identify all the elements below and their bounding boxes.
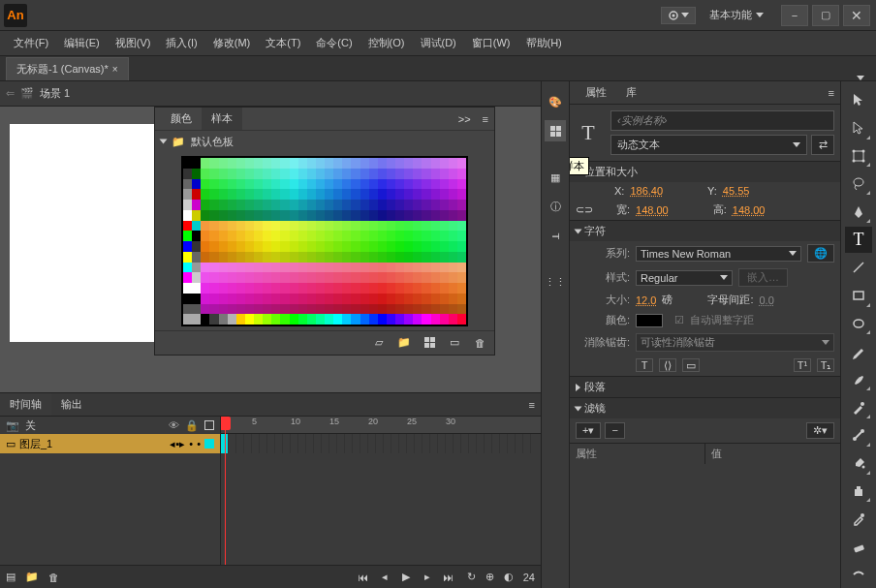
swatch[interactable] <box>201 210 209 221</box>
swatch[interactable] <box>351 158 360 169</box>
camera-icon[interactable]: 📷 <box>6 419 19 432</box>
swatch[interactable] <box>254 283 263 294</box>
swatch[interactable] <box>236 189 245 200</box>
swatch[interactable] <box>201 252 209 263</box>
swatch[interactable] <box>378 314 387 325</box>
frame-cell[interactable] <box>430 434 438 453</box>
swatch[interactable] <box>457 272 466 283</box>
swatch[interactable] <box>387 294 395 304</box>
swatch[interactable] <box>228 263 236 273</box>
swatch[interactable] <box>440 314 449 325</box>
swatch[interactable] <box>245 283 254 294</box>
instance-name-input[interactable]: ‹实例名称› <box>610 110 834 131</box>
swatch[interactable] <box>254 252 263 263</box>
section-filter[interactable]: 滤镜 <box>570 397 840 418</box>
tab-output[interactable]: 输出 <box>51 393 92 416</box>
text-type-dropdown[interactable]: 动态文本 <box>610 135 807 155</box>
swatch[interactable] <box>369 294 378 304</box>
swatch[interactable] <box>263 283 271 294</box>
swatch[interactable] <box>404 294 413 304</box>
swatch[interactable] <box>422 263 430 273</box>
swatch[interactable] <box>290 200 298 210</box>
swatch[interactable] <box>378 272 387 283</box>
bone-tool[interactable] <box>845 422 872 449</box>
swatch[interactable] <box>457 252 466 263</box>
antialias-dropdown[interactable]: 可读性消除锯齿 <box>636 333 834 352</box>
swatch[interactable] <box>316 231 325 241</box>
swatch[interactable] <box>263 169 271 179</box>
swatch[interactable] <box>431 221 440 232</box>
swatch[interactable] <box>440 221 449 232</box>
swatch[interactable] <box>360 179 369 190</box>
swatch[interactable] <box>254 158 263 169</box>
swatch[interactable] <box>254 241 263 252</box>
swatch[interactable] <box>254 304 263 315</box>
swatch[interactable] <box>316 263 325 273</box>
frame-cell[interactable] <box>314 434 322 453</box>
font-size-value[interactable]: 12.0 <box>636 294 656 306</box>
swatch[interactable] <box>333 294 342 304</box>
swatch[interactable] <box>192 252 201 263</box>
frame-cell[interactable] <box>291 434 298 453</box>
swatch[interactable] <box>360 189 369 200</box>
swatch[interactable] <box>228 283 236 294</box>
workspace-selector[interactable]: 基本功能 <box>704 6 769 24</box>
swatch[interactable] <box>413 241 422 252</box>
layer-options-icon[interactable]: ◂▪▸ <box>170 438 185 450</box>
swatch[interactable] <box>413 210 422 221</box>
swatch[interactable] <box>431 283 440 294</box>
swatch[interactable] <box>325 200 333 210</box>
swatch[interactable] <box>236 304 245 315</box>
swatch[interactable] <box>298 158 307 169</box>
swatch[interactable] <box>316 189 325 200</box>
swatch[interactable] <box>316 210 325 221</box>
swatch[interactable] <box>440 241 449 252</box>
swatch[interactable] <box>449 169 457 179</box>
swatch[interactable] <box>290 263 298 273</box>
swatch[interactable] <box>209 158 218 169</box>
swatch[interactable] <box>254 169 263 179</box>
swatch[interactable] <box>395 169 404 179</box>
swatch[interactable] <box>209 294 218 304</box>
swatch[interactable] <box>422 158 430 169</box>
swatch[interactable] <box>325 294 333 304</box>
swatch[interactable] <box>395 221 404 232</box>
swatch[interactable] <box>440 200 449 210</box>
swatch[interactable] <box>351 294 360 304</box>
swatch[interactable] <box>236 200 245 210</box>
swatch[interactable] <box>271 221 280 232</box>
h-value[interactable]: 148.00 <box>733 204 766 216</box>
frame-cell[interactable] <box>500 434 508 453</box>
swatch[interactable] <box>307 263 316 273</box>
swatch[interactable] <box>449 200 457 210</box>
swatch[interactable] <box>351 169 360 179</box>
swatch[interactable] <box>431 189 440 200</box>
swatch[interactable] <box>378 252 387 263</box>
layer-row[interactable]: ▭ 图层_1 ◂▪▸ • • <box>0 434 220 453</box>
delete-swatch-icon[interactable]: 🗑 <box>473 336 486 350</box>
frame-cell[interactable] <box>353 434 360 453</box>
rectangle-tool[interactable] <box>845 283 872 309</box>
swatch[interactable] <box>422 304 430 315</box>
swatch[interactable] <box>413 263 422 273</box>
swatch[interactable] <box>457 294 466 304</box>
swatch[interactable] <box>228 210 236 221</box>
swatch[interactable] <box>263 231 271 241</box>
frame-cell[interactable] <box>399 434 407 453</box>
swatch[interactable] <box>457 189 466 200</box>
frame-cell[interactable] <box>477 434 485 453</box>
swatch[interactable] <box>431 158 440 169</box>
swatch[interactable] <box>316 294 325 304</box>
swatch[interactable] <box>192 169 201 179</box>
swatch[interactable] <box>219 189 228 200</box>
swatch[interactable] <box>342 189 351 200</box>
swatch[interactable] <box>360 304 369 315</box>
swatch[interactable] <box>422 221 430 232</box>
swatch[interactable] <box>201 200 209 210</box>
swatch[interactable] <box>219 200 228 210</box>
swatch[interactable] <box>271 283 280 294</box>
swatch[interactable] <box>333 231 342 241</box>
swatch[interactable] <box>263 263 271 273</box>
swatch[interactable] <box>236 314 245 325</box>
frame-cell[interactable] <box>267 434 275 453</box>
